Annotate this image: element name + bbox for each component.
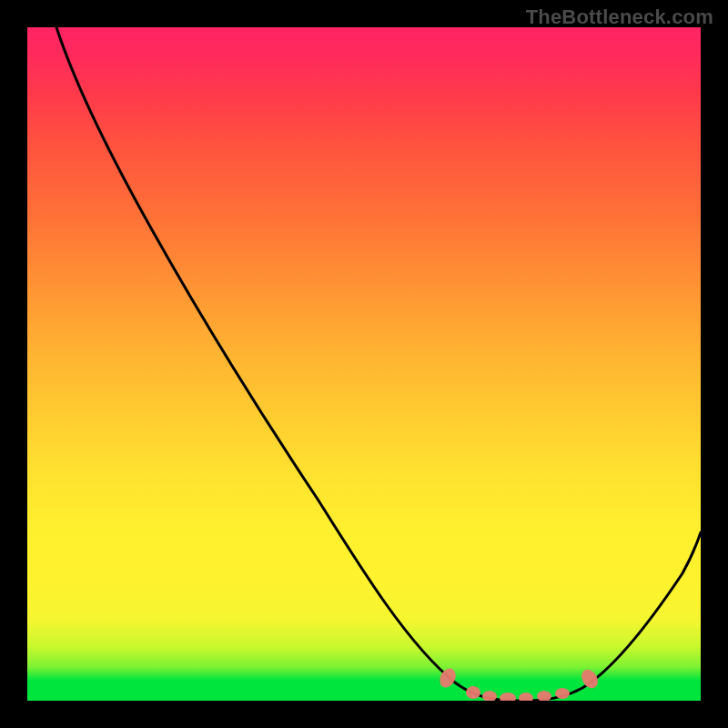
marker-dot	[466, 686, 480, 699]
watermark-text: TheBottleneck.com	[526, 5, 713, 29]
marker-dot	[555, 688, 570, 699]
marker-dot	[519, 693, 533, 701]
chart-container: TheBottleneck.com	[0, 0, 728, 728]
curve-layer	[27, 27, 701, 701]
bottleneck-curve	[56, 27, 701, 701]
plot-area	[27, 27, 701, 701]
marker-dot	[482, 691, 497, 701]
marker-group	[437, 666, 602, 701]
marker-dot	[537, 691, 551, 701]
marker-dot	[500, 693, 516, 701]
